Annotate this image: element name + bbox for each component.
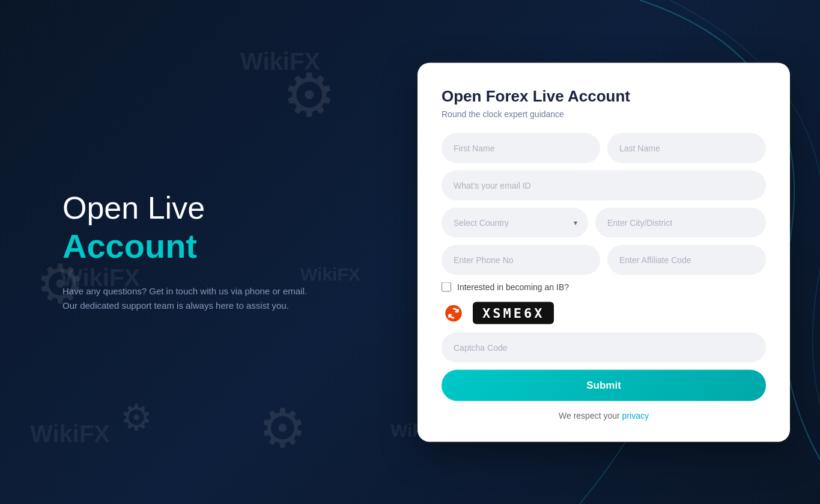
last-name-input[interactable] bbox=[607, 133, 766, 163]
country-select-wrapper: Select Country United States United King… bbox=[442, 207, 588, 237]
refresh-icon bbox=[445, 304, 463, 322]
captcha-refresh-button[interactable] bbox=[442, 301, 466, 325]
privacy-row: We respect your privacy bbox=[442, 410, 766, 420]
name-row bbox=[442, 133, 766, 163]
captcha-image: XSME6X bbox=[473, 302, 554, 324]
form-card: Open Forex Live Account Round the clock … bbox=[418, 62, 790, 442]
svg-point-0 bbox=[445, 305, 462, 321]
left-panel: Open Live Account Have any questions? Ge… bbox=[0, 0, 348, 504]
ib-checkbox[interactable] bbox=[442, 282, 451, 291]
submit-button[interactable]: Submit bbox=[442, 369, 766, 401]
captcha-input[interactable] bbox=[442, 332, 766, 362]
email-row bbox=[442, 170, 766, 207]
captcha-input-row bbox=[442, 332, 766, 369]
privacy-link[interactable]: privacy bbox=[622, 410, 649, 420]
left-description: Have any questions? Get in touch with us… bbox=[62, 284, 315, 313]
captcha-display-row: XSME6X bbox=[442, 301, 766, 325]
ib-checkbox-row: Interested in becoming an IB? bbox=[442, 282, 766, 291]
affiliate-code-input[interactable] bbox=[607, 244, 766, 275]
first-name-input[interactable] bbox=[442, 133, 600, 163]
phone-affiliate-row bbox=[442, 244, 766, 275]
ib-checkbox-label[interactable]: Interested in becoming an IB? bbox=[457, 282, 569, 291]
city-input[interactable] bbox=[595, 207, 766, 237]
open-live-label: Open Live bbox=[62, 191, 348, 225]
form-title: Open Forex Live Account bbox=[442, 87, 766, 105]
phone-input[interactable] bbox=[442, 244, 600, 275]
country-select[interactable]: Select Country United States United King… bbox=[442, 207, 588, 237]
form-subtitle: Round the clock expert guidance bbox=[442, 109, 766, 118]
account-label: Account bbox=[62, 228, 348, 265]
country-city-row: Select Country United States United King… bbox=[442, 207, 766, 237]
email-input[interactable] bbox=[442, 170, 766, 200]
privacy-static-text: We respect your bbox=[559, 410, 622, 420]
